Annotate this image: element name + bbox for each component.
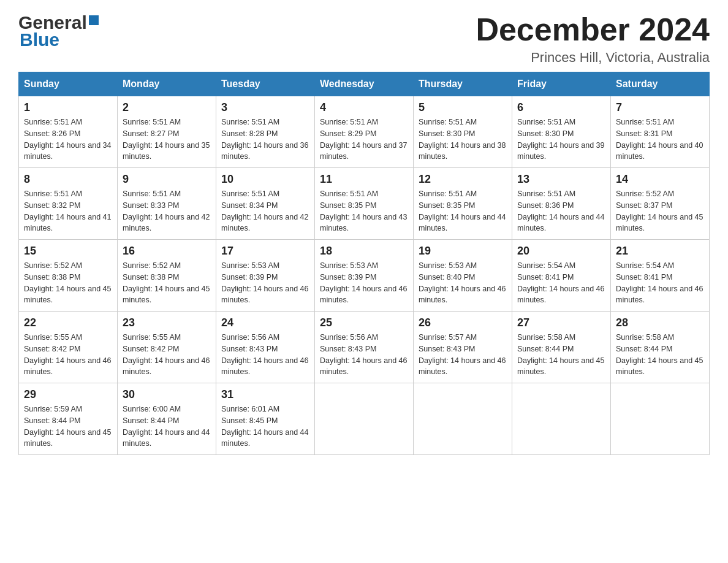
calendar-cell: 24Sunrise: 5:56 AMSunset: 8:43 PMDayligh… [216, 312, 315, 383]
column-header-tuesday: Tuesday [216, 72, 315, 96]
calendar-cell: 1Sunrise: 5:51 AMSunset: 8:26 PMDaylight… [19, 96, 118, 168]
column-header-wednesday: Wednesday [315, 72, 414, 96]
calendar-cell [315, 383, 414, 455]
day-number: 3 [221, 101, 309, 114]
calendar-cell: 21Sunrise: 5:54 AMSunset: 8:41 PMDayligh… [611, 240, 710, 312]
day-info: Sunrise: 6:00 AMSunset: 8:44 PMDaylight:… [123, 404, 211, 450]
calendar-table: SundayMondayTuesdayWednesdayThursdayFrid… [18, 72, 710, 455]
calendar-cell: 27Sunrise: 5:58 AMSunset: 8:44 PMDayligh… [512, 312, 611, 383]
calendar-cell: 5Sunrise: 5:51 AMSunset: 8:30 PMDaylight… [414, 96, 512, 168]
calendar-cell [512, 383, 611, 455]
column-header-saturday: Saturday [611, 72, 710, 96]
calendar-cell: 2Sunrise: 5:51 AMSunset: 8:27 PMDaylight… [118, 96, 216, 168]
day-number: 7 [616, 101, 704, 114]
calendar-cell: 13Sunrise: 5:51 AMSunset: 8:36 PMDayligh… [512, 168, 611, 240]
calendar-week-row: 1Sunrise: 5:51 AMSunset: 8:26 PMDaylight… [19, 96, 710, 168]
day-number: 2 [123, 101, 211, 114]
calendar-week-row: 8Sunrise: 5:51 AMSunset: 8:32 PMDaylight… [19, 168, 710, 240]
day-number: 10 [221, 173, 309, 186]
calendar-cell: 28Sunrise: 5:58 AMSunset: 8:44 PMDayligh… [611, 312, 710, 383]
day-number: 25 [320, 316, 408, 329]
calendar-cell: 10Sunrise: 5:51 AMSunset: 8:34 PMDayligh… [216, 168, 315, 240]
day-info: Sunrise: 5:51 AMSunset: 8:29 PMDaylight:… [320, 117, 408, 163]
day-number: 4 [320, 101, 408, 114]
day-number: 12 [419, 173, 507, 186]
calendar-cell: 3Sunrise: 5:51 AMSunset: 8:28 PMDaylight… [216, 96, 315, 168]
day-info: Sunrise: 5:55 AMSunset: 8:42 PMDaylight:… [123, 332, 211, 378]
day-info: Sunrise: 5:51 AMSunset: 8:30 PMDaylight:… [419, 117, 507, 163]
calendar-cell: 12Sunrise: 5:51 AMSunset: 8:35 PMDayligh… [414, 168, 512, 240]
day-number: 22 [24, 316, 112, 329]
calendar-cell [611, 383, 710, 455]
day-number: 18 [320, 245, 408, 258]
calendar-cell: 7Sunrise: 5:51 AMSunset: 8:31 PMDaylight… [611, 96, 710, 168]
day-info: Sunrise: 5:57 AMSunset: 8:43 PMDaylight:… [419, 332, 507, 378]
day-number: 20 [517, 245, 605, 258]
page-header: General Blue December 2024 Princes Hill,… [18, 12, 710, 66]
day-number: 16 [123, 245, 211, 258]
calendar-cell: 23Sunrise: 5:55 AMSunset: 8:42 PMDayligh… [118, 312, 216, 383]
day-number: 14 [616, 173, 704, 186]
calendar-cell [414, 383, 512, 455]
calendar-cell: 31Sunrise: 6:01 AMSunset: 8:45 PMDayligh… [216, 383, 315, 455]
day-number: 24 [221, 316, 309, 329]
calendar-cell: 15Sunrise: 5:52 AMSunset: 8:38 PMDayligh… [19, 240, 118, 312]
column-header-monday: Monday [118, 72, 216, 96]
day-info: Sunrise: 5:56 AMSunset: 8:43 PMDaylight:… [221, 332, 309, 378]
calendar-header-row: SundayMondayTuesdayWednesdayThursdayFrid… [19, 72, 710, 96]
calendar-cell: 18Sunrise: 5:53 AMSunset: 8:39 PMDayligh… [315, 240, 414, 312]
day-info: Sunrise: 5:53 AMSunset: 8:39 PMDaylight:… [221, 260, 309, 306]
calendar-cell: 4Sunrise: 5:51 AMSunset: 8:29 PMDaylight… [315, 96, 414, 168]
calendar-cell: 29Sunrise: 5:59 AMSunset: 8:44 PMDayligh… [19, 383, 118, 455]
column-header-sunday: Sunday [19, 72, 118, 96]
day-number: 28 [616, 316, 704, 329]
day-info: Sunrise: 5:59 AMSunset: 8:44 PMDaylight:… [24, 404, 112, 450]
title-block: December 2024 Princes Hill, Victoria, Au… [476, 12, 710, 66]
day-number: 30 [123, 388, 211, 401]
day-number: 27 [517, 316, 605, 329]
day-info: Sunrise: 5:58 AMSunset: 8:44 PMDaylight:… [517, 332, 605, 378]
calendar-cell: 11Sunrise: 5:51 AMSunset: 8:35 PMDayligh… [315, 168, 414, 240]
day-info: Sunrise: 5:51 AMSunset: 8:31 PMDaylight:… [616, 117, 704, 163]
calendar-cell: 6Sunrise: 5:51 AMSunset: 8:30 PMDaylight… [512, 96, 611, 168]
day-number: 15 [24, 245, 112, 258]
day-info: Sunrise: 5:58 AMSunset: 8:44 PMDaylight:… [616, 332, 704, 378]
day-info: Sunrise: 5:51 AMSunset: 8:26 PMDaylight:… [24, 117, 112, 163]
day-info: Sunrise: 5:51 AMSunset: 8:35 PMDaylight:… [320, 188, 408, 234]
calendar-cell: 20Sunrise: 5:54 AMSunset: 8:41 PMDayligh… [512, 240, 611, 312]
day-info: Sunrise: 5:51 AMSunset: 8:28 PMDaylight:… [221, 117, 309, 163]
day-info: Sunrise: 5:51 AMSunset: 8:36 PMDaylight:… [517, 188, 605, 234]
calendar-week-row: 29Sunrise: 5:59 AMSunset: 8:44 PMDayligh… [19, 383, 710, 455]
calendar-cell: 19Sunrise: 5:53 AMSunset: 8:40 PMDayligh… [414, 240, 512, 312]
calendar-cell: 9Sunrise: 5:51 AMSunset: 8:33 PMDaylight… [118, 168, 216, 240]
calendar-cell: 17Sunrise: 5:53 AMSunset: 8:39 PMDayligh… [216, 240, 315, 312]
column-header-thursday: Thursday [414, 72, 512, 96]
day-number: 9 [123, 173, 211, 186]
calendar-cell: 14Sunrise: 5:52 AMSunset: 8:37 PMDayligh… [611, 168, 710, 240]
day-info: Sunrise: 5:51 AMSunset: 8:35 PMDaylight:… [419, 188, 507, 234]
day-info: Sunrise: 5:51 AMSunset: 8:34 PMDaylight:… [221, 188, 309, 234]
day-number: 8 [24, 173, 112, 186]
day-number: 19 [419, 245, 507, 258]
day-info: Sunrise: 5:55 AMSunset: 8:42 PMDaylight:… [24, 332, 112, 378]
day-info: Sunrise: 5:51 AMSunset: 8:32 PMDaylight:… [24, 188, 112, 234]
day-info: Sunrise: 5:53 AMSunset: 8:40 PMDaylight:… [419, 260, 507, 306]
logo-blue-text: Blue [20, 29, 59, 50]
column-header-friday: Friday [512, 72, 611, 96]
day-info: Sunrise: 5:51 AMSunset: 8:30 PMDaylight:… [517, 117, 605, 163]
day-info: Sunrise: 5:53 AMSunset: 8:39 PMDaylight:… [320, 260, 408, 306]
calendar-week-row: 22Sunrise: 5:55 AMSunset: 8:42 PMDayligh… [19, 312, 710, 383]
calendar-title: December 2024 [476, 12, 710, 47]
day-info: Sunrise: 5:52 AMSunset: 8:37 PMDaylight:… [616, 188, 704, 234]
logo-chevron-icon [89, 15, 99, 25]
day-info: Sunrise: 5:52 AMSunset: 8:38 PMDaylight:… [123, 260, 211, 306]
calendar-subtitle: Princes Hill, Victoria, Australia [476, 50, 710, 66]
day-number: 1 [24, 101, 112, 114]
day-number: 21 [616, 245, 704, 258]
day-number: 6 [517, 101, 605, 114]
day-number: 26 [419, 316, 507, 329]
day-info: Sunrise: 5:56 AMSunset: 8:43 PMDaylight:… [320, 332, 408, 378]
day-number: 31 [221, 388, 309, 401]
day-number: 17 [221, 245, 309, 258]
day-number: 23 [123, 316, 211, 329]
